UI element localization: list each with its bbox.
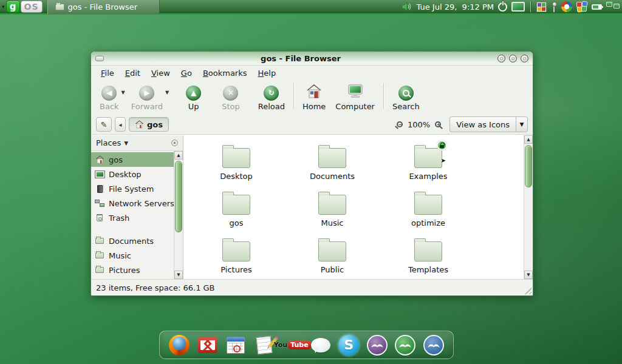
dock-firefox-icon[interactable]	[168, 334, 191, 357]
titlebar[interactable]: gos - File Browser	[91, 52, 533, 66]
back-history-dropdown[interactable]: ▼	[121, 90, 125, 95]
zoom-out-icon[interactable]: −	[397, 121, 403, 127]
scroll-down-icon[interactable]: ▼	[524, 271, 533, 279]
status-bar: 23 items, Free space: 66.1 GB	[91, 279, 533, 295]
menu-view[interactable]: View	[146, 67, 175, 79]
scroll-up-icon[interactable]: ▲	[174, 151, 183, 160]
scrollbar-thumb[interactable]	[175, 161, 182, 232]
folder-icon	[318, 148, 346, 168]
power-icon[interactable]	[498, 2, 507, 12]
sidebar-close-icon[interactable]	[171, 140, 178, 146]
network-computers-icon[interactable]	[606, 2, 620, 12]
resize-grip[interactable]	[523, 286, 531, 294]
menubar: File Edit View Go Bookmarks Help	[91, 66, 533, 80]
sidebar-item-label: Pictures	[109, 266, 140, 275]
folder-optimize[interactable]: optimize	[380, 190, 476, 228]
folder-icon	[414, 195, 442, 215]
dock-youtube-icon[interactable]: YouTube	[281, 334, 304, 357]
menu-file[interactable]: File	[96, 67, 119, 79]
gos-main-menu-button[interactable]: g OS	[6, 1, 43, 13]
folder-public[interactable]: Public	[284, 237, 380, 274]
sidebar-item-pictures[interactable]: Pictures	[91, 263, 174, 277]
folder-examples[interactable]: ➤ Examples	[380, 144, 476, 181]
up-button[interactable]: ▲ Up	[181, 82, 206, 112]
close-button[interactable]	[521, 55, 528, 62]
antenna-icon[interactable]	[551, 2, 557, 12]
places-header[interactable]: Places ▼	[91, 135, 183, 151]
sidebar-item-network-servers[interactable]: Network Servers	[91, 196, 174, 211]
dock-openoffice-calc-icon[interactable]	[394, 334, 417, 357]
menu-edit[interactable]: Edit	[120, 67, 145, 79]
window-menu-button[interactable]	[95, 56, 104, 61]
scrollbar-thumb[interactable]	[525, 145, 532, 187]
dock-skype-icon[interactable]: S	[337, 334, 360, 357]
view-mode-selector[interactable]: View as Icons ▼	[449, 116, 528, 132]
taskbar-window-button[interactable]: gos - File Browser	[47, 0, 160, 14]
network-icon	[95, 198, 104, 208]
computer-button[interactable]: Computer	[330, 82, 380, 112]
dock-gmail-icon[interactable]	[196, 334, 219, 357]
path-scroll-left-button[interactable]: ◂	[115, 117, 126, 132]
dock-openoffice-writer-icon[interactable]	[422, 334, 445, 357]
zoom-level: 100%	[408, 120, 430, 129]
sidebar-item-label: Network Servers	[109, 199, 174, 208]
dock-openoffice-impress-icon[interactable]	[366, 334, 389, 357]
menu-go[interactable]: Go	[176, 67, 197, 79]
swirl-icon[interactable]	[561, 1, 572, 12]
toolbar: ◀ Back ▼ ▶ Forward ▼ ▲ Up ✕ Stop ↻ Reloa…	[91, 80, 533, 115]
apps-cluster-icon[interactable]	[576, 1, 587, 12]
toolbar-separator	[383, 83, 384, 109]
zoom-in-icon[interactable]: +	[435, 121, 441, 127]
view-mode-label: View as Icons	[449, 116, 516, 132]
folder-music[interactable]: Music	[284, 190, 380, 228]
file-label: optimize	[411, 218, 445, 228]
maximize-button[interactable]	[509, 55, 517, 62]
file-label: Templates	[408, 265, 448, 274]
file-label: Pictures	[220, 265, 251, 274]
scroll-down-icon[interactable]: ▼	[174, 271, 183, 279]
sidebar-item-file-system[interactable]: File System	[91, 181, 174, 196]
dock-docs-icon[interactable]	[253, 334, 276, 357]
window-title: gos - File Browser	[104, 54, 497, 63]
home-icon	[95, 155, 104, 164]
desktop-icon	[95, 169, 104, 179]
file-label: Music	[321, 218, 344, 228]
folder-documents[interactable]: Documents	[284, 144, 380, 181]
photo-grid-icon[interactable]	[536, 2, 547, 12]
folder-templates[interactable]: Templates	[380, 237, 476, 274]
minimize-button[interactable]	[497, 55, 505, 62]
file-icon-view: Desktop Documents ➤ Examples	[183, 135, 533, 279]
edit-location-button[interactable]: ✎	[96, 117, 112, 132]
battery-icon[interactable]	[592, 4, 602, 10]
menu-bookmarks[interactable]: Bookmarks	[198, 67, 252, 79]
main-scrollbar[interactable]: ▲ ▼	[524, 135, 533, 279]
panel-clock[interactable]: Tue Jul 29, 9:12 PM	[417, 2, 494, 12]
home-button[interactable]: Home	[298, 82, 330, 112]
back-button: ◀ Back	[95, 82, 124, 112]
menu-help[interactable]: Help	[253, 67, 281, 79]
tray-separator	[530, 1, 531, 12]
sidebar-item-music[interactable]: Music	[91, 248, 174, 263]
sidebar-item-trash[interactable]: Trash	[91, 211, 174, 225]
folder-pictures[interactable]: Pictures	[188, 237, 284, 274]
display-icon[interactable]	[511, 2, 525, 12]
folder-icon	[55, 4, 64, 10]
search-button[interactable]: Search	[388, 82, 425, 112]
scroll-up-icon[interactable]: ▲	[524, 135, 533, 144]
dock-chat-bubble-icon[interactable]	[309, 334, 332, 357]
sidebar-scrollbar[interactable]: ▲ ▼	[174, 151, 183, 279]
chevron-down-icon[interactable]: ▼	[516, 116, 528, 132]
sidebar-item-gos[interactable]: gos	[91, 152, 174, 167]
drive-icon	[95, 184, 104, 194]
folder-desktop[interactable]: Desktop	[188, 144, 284, 181]
volume-icon[interactable]	[402, 2, 412, 12]
sidebar-item-documents[interactable]: Documents	[91, 234, 174, 248]
dock-calendar-icon[interactable]	[224, 334, 247, 357]
path-button-gos[interactable]: gos	[129, 117, 169, 132]
panel-menu-arrow-icon[interactable]: ▾	[0, 4, 6, 10]
folder-gos[interactable]: gos	[188, 190, 284, 228]
file-label: Documents	[310, 172, 355, 181]
reload-button[interactable]: ↻ Reload	[253, 82, 290, 112]
forward-history-dropdown[interactable]: ▼	[165, 90, 169, 95]
sidebar-item-desktop[interactable]: Desktop	[91, 167, 174, 181]
